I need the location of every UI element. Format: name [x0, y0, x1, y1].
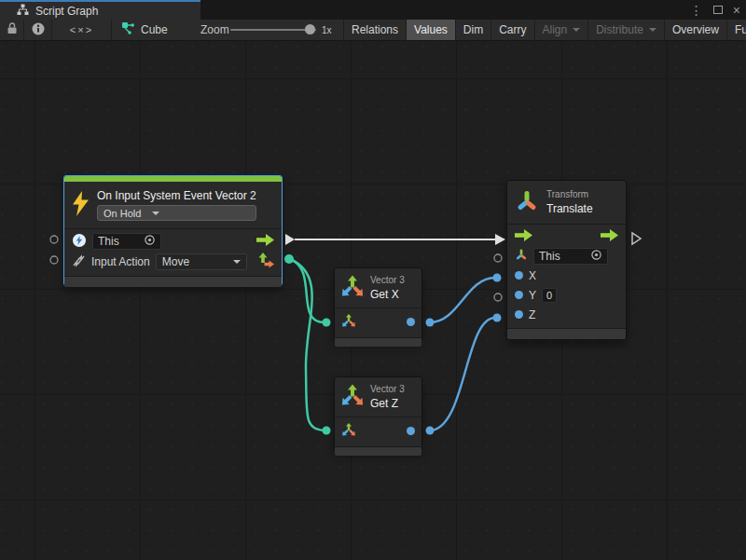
- flow-output-icon[interactable]: [601, 229, 618, 244]
- transform-mini-icon: [515, 248, 528, 264]
- zoom-value: 1x: [322, 20, 332, 40]
- node-vector3-get-z[interactable]: Vector 3 Get Z: [334, 376, 422, 451]
- node-vector3-get-x[interactable]: Vector 3 Get X: [334, 267, 422, 342]
- info-button[interactable]: [24, 20, 52, 40]
- event-target-port-empty[interactable]: [50, 236, 58, 243]
- port-row-vector: [335, 419, 421, 443]
- y-value-input[interactable]: 0: [542, 288, 557, 303]
- chevron-down-icon: [233, 260, 241, 264]
- vector3-input-icon[interactable]: [341, 422, 356, 440]
- flow-wire-end-arrow: [495, 234, 505, 245]
- x-port-label: X: [529, 269, 536, 282]
- vector3-icon: [340, 383, 365, 411]
- getz-input-port[interactable]: [323, 427, 331, 435]
- port-row-target: This: [64, 231, 282, 252]
- translate-x-port-connected[interactable]: [493, 274, 502, 282]
- chevron-down-icon: [573, 28, 580, 32]
- event-action-port-empty[interactable]: [50, 256, 58, 264]
- graph-canvas[interactable]: On Input System Event Vector 2 On Hold T…: [0, 41, 746, 560]
- node-category: Transform: [546, 189, 593, 199]
- maximize-icon[interactable]: [713, 6, 723, 14]
- zoom-label: Zoom: [200, 20, 229, 40]
- translate-z-port-connected[interactable]: [493, 314, 502, 322]
- getz-output-port[interactable]: [426, 427, 435, 435]
- port-row-vector: [335, 310, 421, 334]
- wire-getz-to-z[interactable]: [430, 318, 495, 430]
- chevron-down-icon: [649, 28, 656, 32]
- node-on-input-system-event[interactable]: On Input System Event Vector 2 On Hold T…: [63, 175, 283, 286]
- close-icon[interactable]: ×: [733, 4, 740, 17]
- tab-bar: Script Graph ⋮ ×: [0, 0, 746, 20]
- graph-toolbar: <×> Cube Zoom 1x Relations Values Dim Ca…: [0, 20, 746, 41]
- target-object-field[interactable]: This: [533, 248, 608, 265]
- z-port-icon[interactable]: [515, 310, 523, 319]
- distribute-dropdown[interactable]: Distribute: [587, 20, 664, 40]
- port-row-target: This: [507, 246, 626, 266]
- port-row-flow: [507, 226, 626, 246]
- chevron-down-icon: [152, 212, 159, 215]
- node-footer: [64, 276, 282, 287]
- getx-input-port[interactable]: [323, 319, 331, 327]
- port-row-x: X: [507, 266, 626, 285]
- script-graph-window: Script Graph ⋮ × <×> Cube Zoom: [0, 0, 746, 560]
- float-output-icon[interactable]: [407, 318, 415, 326]
- node-footer: [507, 328, 626, 339]
- tab-script-graph[interactable]: Script Graph: [0, 0, 200, 20]
- node-footer: [335, 446, 421, 456]
- translate-target-port-empty[interactable]: [494, 254, 502, 262]
- node-title: Get X: [370, 288, 405, 301]
- toolbar-buttons: Relations Values Dim Carry Align Distrib…: [343, 20, 746, 40]
- dim-button[interactable]: Dim: [455, 20, 490, 40]
- flow-input-icon[interactable]: [515, 229, 532, 244]
- object-picker-icon[interactable]: [590, 249, 602, 264]
- wire-vector2-to-getz[interactable]: [290, 259, 325, 430]
- script-machine-icon: [121, 21, 135, 38]
- event-mode-dropdown[interactable]: On Hold: [97, 205, 256, 221]
- flow-wire-start-arrow: [285, 234, 295, 245]
- graph-hierarchy-icon: [17, 4, 29, 19]
- zoom-slider[interactable]: [230, 20, 316, 40]
- full-screen-button[interactable]: Full Screen: [726, 20, 746, 40]
- zoom-slider-handle[interactable]: [305, 24, 315, 34]
- vector3-icon: [340, 274, 365, 302]
- input-action-label: Input Action: [91, 255, 150, 268]
- node-category: Vector 3: [370, 384, 405, 394]
- lock-icon: [7, 22, 18, 37]
- graph-target-label: Cube: [141, 23, 168, 36]
- relations-button[interactable]: Relations: [343, 20, 406, 40]
- window-controls: ⋮ ×: [690, 0, 740, 20]
- translate-y-port-empty[interactable]: [494, 294, 502, 301]
- carry-button[interactable]: Carry: [490, 20, 533, 40]
- y-port-icon[interactable]: [515, 291, 523, 299]
- wire-vector2-to-getx[interactable]: [290, 259, 325, 322]
- node-transform-translate[interactable]: Transform Translate: [506, 180, 627, 340]
- float-output-icon[interactable]: [407, 427, 415, 435]
- z-port-label: Z: [529, 308, 535, 321]
- node-title: On Input System Event Vector 2: [97, 189, 256, 202]
- code-view-button[interactable]: <×>: [52, 20, 112, 40]
- self-object-icon: [72, 233, 87, 251]
- getx-output-port[interactable]: [426, 319, 435, 327]
- overview-button[interactable]: Overview: [664, 20, 726, 40]
- zoom-slider-track: [230, 29, 316, 31]
- tab-label: Script Graph: [35, 5, 98, 18]
- align-dropdown[interactable]: Align: [534, 20, 588, 40]
- flow-out-port-triangle[interactable]: [632, 233, 641, 244]
- vector2-output-port[interactable]: [284, 254, 294, 264]
- graph-target[interactable]: Cube: [121, 20, 168, 40]
- info-icon: [32, 22, 45, 38]
- x-port-icon[interactable]: [515, 271, 523, 280]
- flow-output-icon[interactable]: [256, 234, 274, 249]
- node-title: Get Z: [370, 397, 405, 410]
- input-action-icon: [72, 254, 86, 270]
- object-picker-icon[interactable]: [144, 234, 156, 249]
- menu-icon[interactable]: ⋮: [690, 4, 703, 17]
- vector3-input-icon[interactable]: [341, 313, 356, 331]
- target-object-field[interactable]: This: [92, 233, 161, 250]
- values-button[interactable]: Values: [406, 20, 455, 40]
- wire-getx-to-x[interactable]: [430, 278, 495, 322]
- input-action-dropdown[interactable]: Move: [156, 253, 247, 270]
- vector2-output-icon[interactable]: [258, 253, 274, 271]
- node-title: Translate: [546, 202, 593, 215]
- lock-button[interactable]: [0, 20, 24, 40]
